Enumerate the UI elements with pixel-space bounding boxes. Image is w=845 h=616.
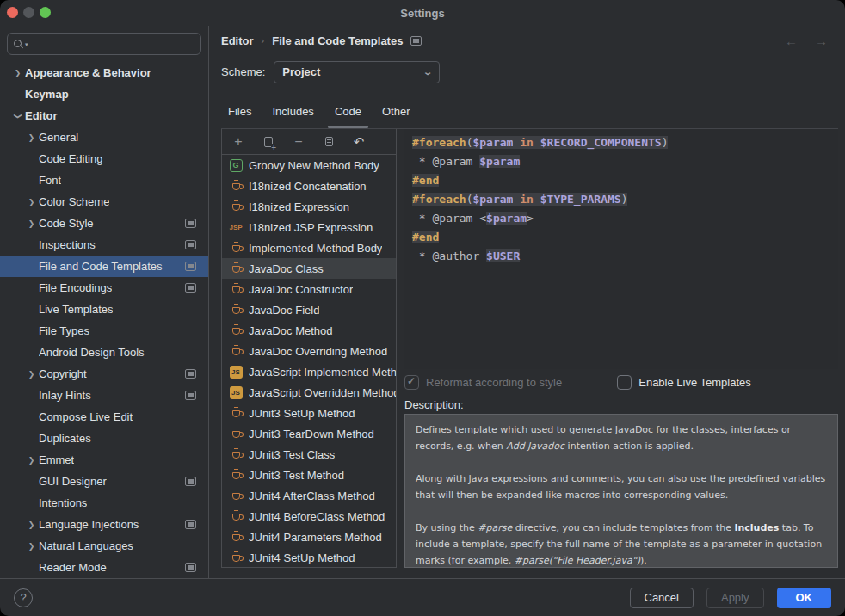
template-item-i18nized-concatenation[interactable]: I18nized Concatenation: [222, 176, 396, 196]
sidebar-item-language-injections[interactable]: ❯Language Injections: [0, 514, 208, 535]
template-code-editor[interactable]: #foreach($param in $RECORD_COMPONENTS) *…: [404, 129, 838, 369]
sidebar-item-reader-mode[interactable]: Reader Mode: [0, 557, 208, 578]
scheme-dropdown[interactable]: Project ⌄: [274, 61, 440, 83]
tab-code[interactable]: Code: [328, 95, 368, 128]
template-item-label: Groovy New Method Body: [249, 159, 379, 172]
settings-indicator-icon: [185, 477, 196, 486]
sidebar-item-duplicates[interactable]: Duplicates: [0, 428, 208, 449]
dialog-footer: ? Cancel Apply OK: [0, 578, 845, 616]
sidebar-item-label: Code Editing: [39, 152, 102, 165]
sidebar-item-live-templates[interactable]: Live Templates: [0, 299, 208, 320]
titlebar: Settings: [0, 0, 845, 26]
copy-template-icon[interactable]: [322, 135, 336, 149]
sidebar-item-natural-languages[interactable]: ❯Natural Languages: [0, 535, 208, 557]
code-line: * @param $param: [412, 152, 830, 171]
reset-template-icon[interactable]: ↶: [352, 135, 366, 149]
sidebar-item-copyright[interactable]: ❯Copyright: [0, 363, 208, 385]
template-item-junit3-test-class[interactable]: JUnit3 Test Class: [222, 444, 396, 465]
tab-other[interactable]: Other: [375, 95, 417, 128]
java-icon: [229, 243, 243, 252]
sidebar-item-editor[interactable]: ❯Editor: [0, 105, 208, 126]
template-item-junit3-test-method[interactable]: JUnit3 Test Method: [222, 465, 396, 485]
tab-includes[interactable]: Includes: [265, 95, 320, 128]
template-item-javascript-implemented-method-body[interactable]: JSJavaScript Implemented Method Body: [222, 361, 396, 382]
code-segment: [534, 136, 540, 149]
chevron-right-icon[interactable]: ❯: [24, 456, 39, 465]
breadcrumb-separator-icon: ›: [262, 35, 265, 46]
chevron-right-icon[interactable]: ❯: [24, 521, 39, 529]
template-item-javascript-overridden-method-body[interactable]: JSJavaScript Overridden Method Body: [222, 382, 396, 403]
template-item-javadoc-field[interactable]: JavaDoc Field: [222, 299, 396, 320]
code-line: #end: [412, 228, 830, 247]
settings-search-field[interactable]: ▾: [7, 33, 201, 55]
remove-template-icon[interactable]: −: [292, 135, 305, 149]
java-cup-shape: [232, 410, 240, 417]
sidebar-item-compose-live-edit[interactable]: Compose Live Edit: [0, 406, 208, 428]
search-input[interactable]: [30, 37, 194, 52]
enable-live-templates-checkbox[interactable]: [617, 375, 632, 390]
search-options-caret-icon[interactable]: ▾: [25, 41, 28, 47]
tab-files[interactable]: Files: [221, 95, 258, 128]
ok-button[interactable]: OK: [777, 588, 832, 608]
sidebar-item-label: Code Style: [39, 217, 94, 230]
code-segment: in: [520, 136, 534, 149]
sidebar-item-file-and-code-templates[interactable]: File and Code Templates: [0, 256, 208, 277]
sidebar-item-keymap[interactable]: Keymap: [0, 83, 208, 105]
help-button[interactable]: ?: [14, 588, 33, 607]
template-item-junit4-afterclass-method[interactable]: JUnit4 AfterClass Method: [222, 485, 396, 506]
sidebar-item-intentions[interactable]: Intentions: [0, 492, 208, 514]
code-segment: $USER: [486, 249, 520, 262]
chevron-right-icon[interactable]: ❯: [24, 370, 39, 379]
code-segment: $param: [472, 136, 513, 149]
sidebar-item-appearance-behavior[interactable]: ❯Appearance & Behavior: [0, 62, 208, 83]
template-item-javadoc-method[interactable]: JavaDoc Method: [222, 320, 396, 341]
template-item-junit4-setup-method[interactable]: JUnit4 SetUp Method: [222, 547, 396, 567]
scheme-label: Scheme:: [221, 65, 265, 78]
breadcrumb-editor[interactable]: Editor: [221, 34, 254, 47]
chevron-right-icon[interactable]: ❯: [24, 219, 39, 228]
chevron-right-icon[interactable]: ❯: [24, 198, 39, 206]
description-box[interactable]: Defines template which used to generate …: [404, 414, 838, 568]
create-template-from-file-icon[interactable]: [262, 135, 275, 149]
chevron-right-icon[interactable]: ❯: [24, 133, 39, 142]
sidebar-item-general[interactable]: ❯General: [0, 126, 208, 148]
sidebar-item-emmet[interactable]: ❯Emmet: [0, 449, 208, 471]
template-item-junit4-beforeclass-method[interactable]: JUnit4 BeforeClass Method: [222, 506, 396, 527]
template-item-javadoc-constructor[interactable]: JavaDoc Constructor: [222, 279, 396, 299]
code-segment: * @author: [412, 249, 486, 262]
sidebar-item-gui-designer[interactable]: GUI Designer: [0, 471, 208, 492]
add-template-icon[interactable]: +: [231, 135, 245, 149]
template-item-javadoc-class[interactable]: JavaDoc Class: [222, 258, 396, 279]
chevron-right-icon[interactable]: ❯: [24, 542, 39, 551]
chevron-down-icon[interactable]: ❯: [14, 108, 22, 123]
template-item-junit4-parameters-method[interactable]: JUnit4 Parameters Method: [222, 527, 396, 547]
sidebar-item-color-scheme[interactable]: ❯Color Scheme: [0, 191, 208, 213]
breadcrumb: Editor › File and Code Templates ← →: [221, 26, 838, 55]
sidebar-item-code-editing[interactable]: Code Editing: [0, 148, 208, 169]
template-item-javadoc-overriding-method[interactable]: JavaDoc Overriding Method: [222, 341, 396, 361]
java-cup-shape: [232, 286, 240, 293]
sidebar-item-inlay-hints[interactable]: Inlay Hints: [0, 385, 208, 406]
sidebar-item-code-style[interactable]: ❯Code Style: [0, 213, 208, 234]
template-item-i18nized-expression[interactable]: I18nized Expression: [222, 196, 396, 217]
sidebar-item-android-design-tools[interactable]: Android Design Tools: [0, 342, 208, 363]
template-item-junit3-teardown-method[interactable]: JUnit3 TearDown Method: [222, 423, 396, 444]
chevron-right-icon[interactable]: ❯: [10, 69, 25, 77]
cancel-button[interactable]: Cancel: [630, 588, 694, 608]
sidebar-item-file-types[interactable]: File Types: [0, 320, 208, 342]
reformat-option: Reformat according to style: [404, 375, 562, 390]
sidebar-item-label: Inspections: [39, 238, 96, 251]
template-item-i18nized-jsp-expression[interactable]: JSPI18nized JSP Expression: [222, 217, 396, 237]
code-segment: * @param <: [412, 212, 486, 225]
template-item-junit3-setup-method[interactable]: JUnit3 SetUp Method: [222, 403, 396, 423]
template-item-groovy-new-method-body[interactable]: GGroovy New Method Body: [222, 155, 396, 176]
java-icon: [229, 326, 243, 335]
description-label: Description:: [404, 395, 838, 414]
sidebar-item-file-encodings[interactable]: File Encodings: [0, 277, 208, 299]
search-icon: [14, 40, 23, 49]
sidebar-item-font[interactable]: Font: [0, 169, 208, 191]
java-icon: [229, 285, 243, 293]
template-item-implemented-method-body[interactable]: Implemented Method Body: [222, 237, 396, 258]
description-text: #parse: [478, 522, 512, 533]
sidebar-item-inspections[interactable]: Inspections: [0, 234, 208, 256]
